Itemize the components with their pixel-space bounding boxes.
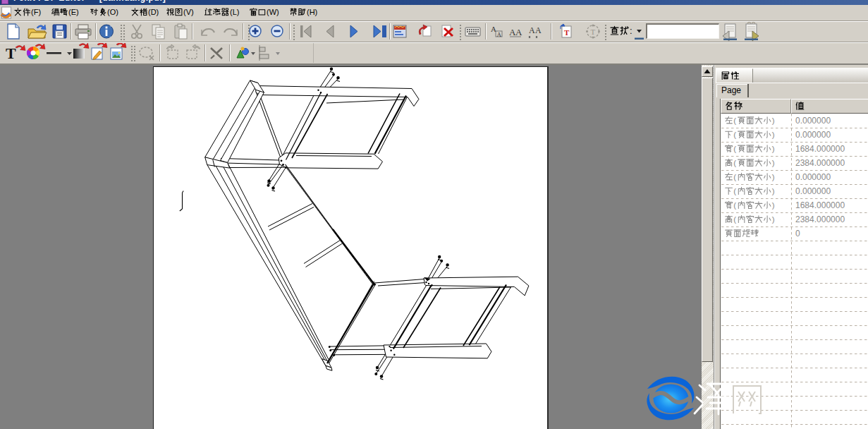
svg-text:(D): (D) <box>148 8 159 16</box>
svg-text:2384.000000: 2384.000000 <box>795 214 845 224</box>
svg-text:(F): (F) <box>31 8 41 16</box>
svg-text:1684.000000: 1684.000000 <box>795 144 845 154</box>
svg-text:0.000000: 0.000000 <box>795 130 831 140</box>
svg-text:): ) <box>772 201 775 210</box>
svg-text:(O): (O) <box>107 8 118 16</box>
svg-text:2384.000000: 2384.000000 <box>795 158 845 168</box>
svg-text::: : <box>630 25 632 36</box>
svg-text:(: ( <box>733 145 736 153</box>
svg-text:T: T <box>6 44 16 62</box>
svg-text:(V): (V) <box>183 8 194 16</box>
svg-text:(W): (W) <box>267 8 279 16</box>
svg-text:T: T <box>591 28 596 36</box>
svg-text:(: ( <box>733 116 736 125</box>
svg-text:(: ( <box>733 159 736 167</box>
svg-text:0.000000: 0.000000 <box>795 186 831 196</box>
svg-text:(: ( <box>733 173 736 181</box>
svg-text:0.000000: 0.000000 <box>795 172 831 182</box>
svg-text:(E): (E) <box>68 8 79 16</box>
svg-text:(: ( <box>733 215 736 224</box>
svg-text:): ) <box>772 116 775 125</box>
svg-text:): ) <box>772 159 775 167</box>
svg-text:(: ( <box>733 131 736 139</box>
svg-text:): ) <box>772 187 775 195</box>
svg-text:): ) <box>772 173 775 181</box>
svg-text:): ) <box>772 215 775 224</box>
svg-text:(: ( <box>733 187 736 195</box>
svg-text:(L): (L) <box>230 8 239 16</box>
svg-text:0: 0 <box>795 229 800 238</box>
svg-text:0.000000: 0.000000 <box>795 116 831 126</box>
svg-text:): ) <box>772 131 775 139</box>
svg-text:): ) <box>772 145 775 153</box>
svg-text:1684.000000: 1684.000000 <box>795 200 845 210</box>
svg-text:A: A <box>535 25 542 35</box>
svg-text:(H): (H) <box>307 8 317 16</box>
svg-text:A: A <box>497 31 502 38</box>
svg-text:(: ( <box>733 201 736 210</box>
svg-text:A: A <box>529 25 535 35</box>
svg-text:A: A <box>515 27 522 37</box>
svg-text:T: T <box>564 28 570 37</box>
